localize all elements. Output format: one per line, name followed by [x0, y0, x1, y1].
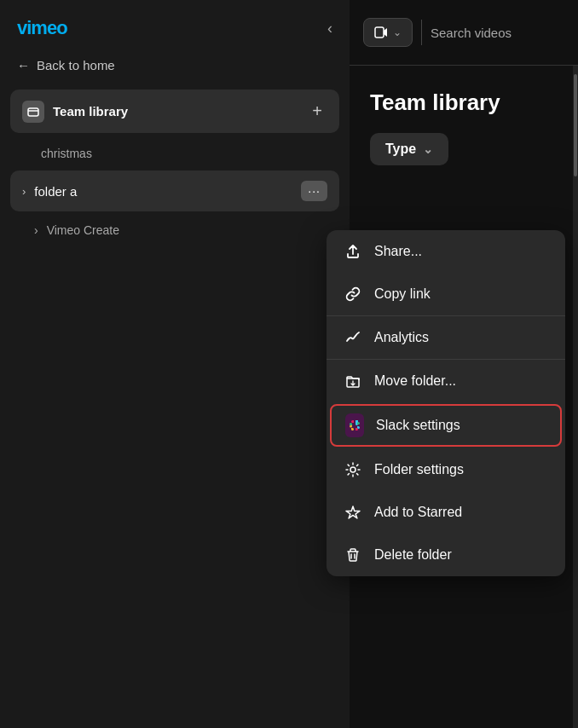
svg-rect-1: [375, 27, 384, 38]
move-folder-label: Move folder...: [374, 373, 456, 389]
sidebar: vimeo ‹ ← Back to home Team library + ch…: [0, 0, 350, 728]
scrollbar-thumb: [574, 74, 577, 176]
move-folder-menu-item[interactable]: Move folder...: [327, 360, 565, 402]
topbar-divider: [421, 20, 422, 45]
analytics-label: Analytics: [374, 330, 429, 345]
vimeo-create-item[interactable]: › Vimeo Create: [0, 215, 350, 246]
back-to-home-button[interactable]: ← Back to home: [0, 48, 350, 83]
slack-settings-label: Slack settings: [376, 418, 460, 433]
topbar: ⌄ Search videos: [350, 0, 578, 66]
folder-a-item[interactable]: › folder a ···: [10, 170, 339, 211]
team-library-label: Team library: [53, 104, 298, 118]
video-type-chevron-icon: ⌄: [393, 26, 402, 38]
folder-a-chevron-icon: ›: [22, 185, 26, 198]
sidebar-header: vimeo ‹: [0, 0, 350, 48]
folder-settings-menu-item[interactable]: Folder settings: [327, 448, 565, 491]
team-library-item[interactable]: Team library +: [10, 90, 339, 133]
share-icon: [344, 242, 362, 261]
search-area: Search videos: [431, 26, 564, 40]
add-starred-label: Add to Starred: [374, 505, 462, 520]
share-menu-item[interactable]: Share...: [327, 230, 565, 273]
copy-link-label: Copy link: [374, 286, 431, 302]
analytics-menu-item[interactable]: Analytics: [327, 316, 565, 359]
svg-point-2: [350, 467, 355, 472]
svg-rect-0: [28, 108, 38, 116]
star-icon: [344, 503, 362, 522]
delete-folder-label: Delete folder: [374, 547, 452, 563]
add-starred-menu-item[interactable]: Add to Starred: [327, 491, 565, 534]
folder-settings-icon: [344, 460, 362, 479]
scrollbar[interactable]: [573, 66, 578, 728]
christmas-label: christmas: [41, 147, 92, 160]
collapse-sidebar-button[interactable]: ‹: [327, 20, 332, 38]
vimeo-create-label: Vimeo Create: [47, 223, 119, 237]
context-menu: Share... Copy link Analytics: [327, 230, 565, 576]
add-to-library-button[interactable]: +: [307, 100, 327, 123]
slack-icon: [345, 416, 364, 435]
share-label: Share...: [374, 244, 422, 259]
slack-settings-menu-item[interactable]: Slack settings: [330, 404, 562, 447]
type-filter-button[interactable]: Type ⌄: [370, 133, 448, 165]
vimeo-logo: vimeo: [17, 17, 67, 39]
team-library-icon: [22, 101, 44, 123]
collapse-icon: ‹: [327, 20, 332, 37]
christmas-folder-item[interactable]: christmas: [0, 140, 350, 167]
analytics-icon: [344, 328, 362, 347]
copy-link-icon: [344, 285, 362, 303]
back-arrow-icon: ←: [17, 58, 30, 72]
type-label: Type: [385, 142, 416, 157]
move-folder-icon: [344, 372, 362, 390]
search-placeholder: Search videos: [431, 26, 512, 40]
video-type-button[interactable]: ⌄: [363, 18, 413, 47]
folder-settings-label: Folder settings: [374, 462, 464, 477]
copy-link-menu-item[interactable]: Copy link: [327, 273, 565, 315]
folder-a-label: folder a: [34, 184, 292, 199]
type-chevron-icon: ⌄: [423, 142, 433, 156]
folder-a-more-button[interactable]: ···: [301, 181, 327, 201]
vimeo-create-chevron-icon: ›: [34, 223, 38, 237]
delete-folder-menu-item[interactable]: Delete folder: [327, 534, 565, 576]
trash-icon: [344, 546, 362, 564]
back-to-home-label: Back to home: [37, 58, 115, 72]
page-title: Team library: [350, 66, 578, 133]
